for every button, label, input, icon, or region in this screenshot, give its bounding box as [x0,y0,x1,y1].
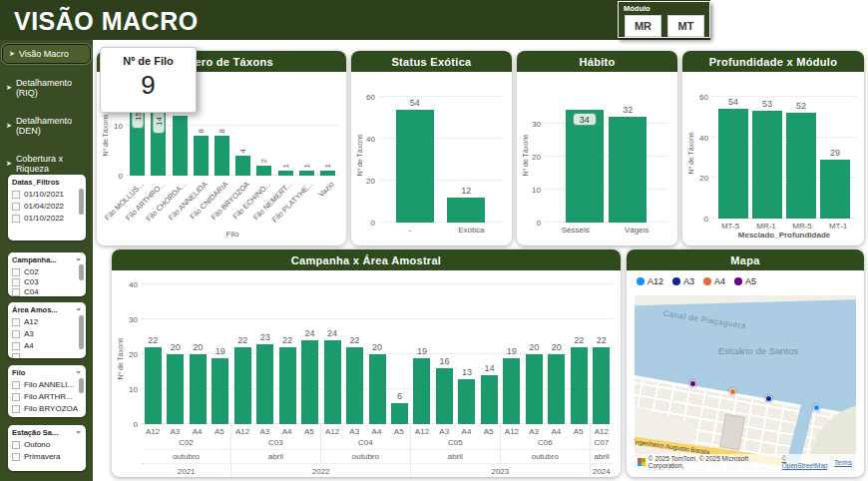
map-point-a12[interactable] [813,404,820,411]
filter-option[interactable]: Outono [12,440,82,449]
checkbox[interactable] [12,342,20,350]
map-point-a4[interactable] [729,388,736,395]
sidebar-item-cobertura-riqueza[interactable]: ➤ Cobertura x Riqueza [0,150,93,178]
x-axis-title: Filo [127,230,338,239]
bar[interactable] [173,116,188,176]
bar[interactable] [190,354,207,424]
filter-option[interactable]: 01/10/2022 [12,214,82,223]
legend-item-a3[interactable]: A3 [672,276,694,286]
bar[interactable] [447,198,485,223]
area-label: A12 [321,424,343,437]
bar[interactable] [391,403,408,424]
sidebar-item-detalhamento-riq[interactable]: ➤ Detalhamento (RIQ) [0,74,93,102]
scrollbar-thumb[interactable] [79,189,84,215]
bar[interactable] [718,109,748,219]
checkbox[interactable] [12,278,20,286]
bar[interactable] [324,340,341,424]
bar[interactable] [526,354,543,424]
bar[interactable] [786,113,816,219]
filter-option[interactable]: 01/04/2022 [12,202,82,211]
checkbox[interactable] [12,405,20,413]
bar[interactable] [593,347,610,424]
scrollbar-thumb[interactable] [79,315,84,349]
bar[interactable] [436,368,453,424]
bar[interactable] [609,117,647,223]
filter-option[interactable]: A4 [12,341,82,350]
chevron-down-icon[interactable]: ⌄ [75,305,82,314]
bar-value-label: 12 [461,186,471,196]
bar[interactable] [396,110,434,223]
filter-option[interactable]: C03 [12,277,82,286]
scrollbar-thumb[interactable] [79,264,84,280]
checkbox[interactable] [12,330,20,338]
panel-status-exotica: Status Exótica Nº de Táxons 02040605412 … [351,51,512,245]
bar[interactable] [145,347,162,424]
filter-option[interactable]: Primavera [12,452,82,461]
kpi-value: 9 [101,70,196,101]
scrollbar-thumb[interactable] [79,378,84,393]
modulo-button-mt[interactable]: MT [667,15,704,37]
chevron-down-icon[interactable]: ⌄ [75,368,82,377]
bar[interactable]: 14 [151,106,166,176]
bar[interactable] [212,358,228,425]
checkbox[interactable] [12,393,20,401]
filter-option-partial[interactable] [12,353,82,358]
checkbox[interactable] [12,318,20,326]
bar[interactable] [194,136,209,176]
bar-slot: 12 [441,97,493,223]
bar[interactable] [571,347,588,424]
chevron-down-icon[interactable]: ⌄ [75,255,82,264]
checkbox[interactable] [12,288,20,296]
checkbox[interactable] [12,353,20,358]
chevron-down-icon[interactable]: ⌄ [75,428,82,437]
bar[interactable] [235,156,250,176]
checkbox[interactable] [12,441,20,449]
bar[interactable] [752,111,782,219]
filter-option[interactable]: Filo ANNELI... [12,380,82,389]
checkbox[interactable] [12,191,20,199]
filter-option[interactable]: C02 [12,267,82,276]
bar[interactable] [167,354,184,424]
bar[interactable] [820,160,850,219]
filter-option[interactable]: Filo BRYOZOA [12,404,82,413]
bar[interactable] [346,347,363,424]
bar-value-label: 6 [397,391,402,401]
modulo-button-mr[interactable]: MR [625,15,661,37]
bar[interactable] [301,340,318,424]
filter-option[interactable]: A3 [12,329,82,338]
bar[interactable] [413,358,430,425]
checkbox[interactable] [12,215,20,223]
filter-option[interactable]: A12 [12,317,82,326]
bar[interactable] [256,344,273,425]
bar[interactable] [458,379,475,425]
legend-item-a5[interactable]: A5 [734,276,756,286]
map-point-a5[interactable] [689,380,696,387]
osm-link[interactable]: © OpenStreetMap [781,455,831,469]
sidebar-item-visao-macro[interactable]: ➤ Visão Macro [2,44,91,64]
checkbox[interactable] [12,268,20,276]
checkbox[interactable] [12,453,20,461]
filter-option[interactable]: 01/10/2021 [12,190,82,199]
checkbox[interactable] [12,381,20,389]
legend-item-a12[interactable]: A12 [637,276,663,286]
bar[interactable] [369,354,386,424]
checkbox[interactable] [12,203,20,211]
bar-slot: 20 [523,284,545,424]
map[interactable]: Engenheiro Augusto Barata Canal de Piaça… [635,295,856,471]
bar[interactable] [256,166,271,176]
bar[interactable] [234,347,251,424]
bar[interactable] [481,375,498,424]
map-point-a3[interactable] [765,395,772,402]
bar[interactable] [503,358,520,425]
sidebar-item-detalhamento-den[interactable]: ➤ Detalhamento (DEN) [0,112,93,140]
bar[interactable]: 34 [566,110,604,223]
bar[interactable] [548,354,565,424]
terms-link[interactable]: Terms [834,459,852,466]
filter-option[interactable]: Filo ARTHR... [12,392,82,401]
bar[interactable] [215,136,229,176]
legend-item-a4[interactable]: A4 [703,276,725,286]
area-label: A3 [343,424,365,437]
filter-option[interactable]: C04 [12,287,82,296]
y-tick-label: 0 [120,420,138,429]
bar[interactable] [279,347,296,424]
